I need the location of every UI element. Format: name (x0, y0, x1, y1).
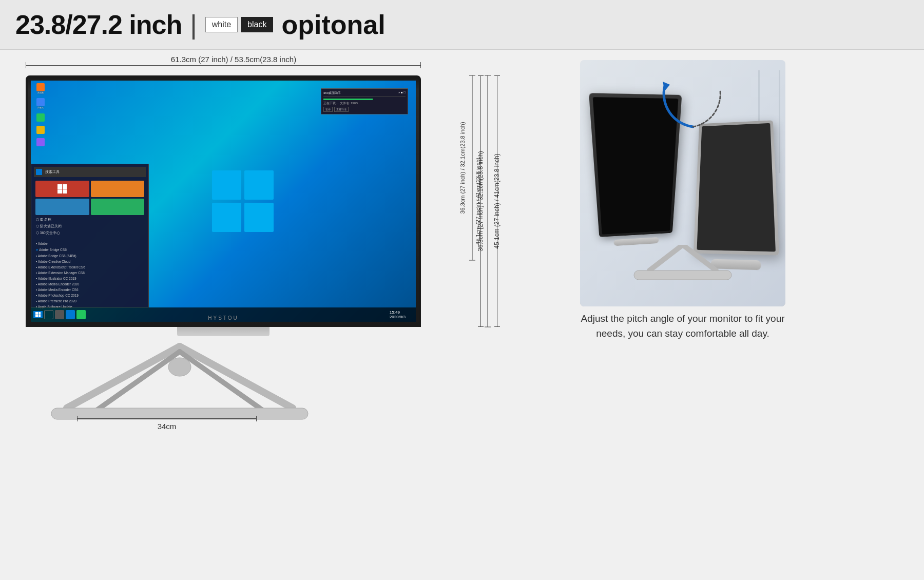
svg-line-16 (683, 245, 716, 270)
rotation-arc-svg (660, 70, 726, 137)
menu-item-10: ▪ Adobe Illustrator CC 2019 (34, 276, 146, 281)
black-color-button[interactable]: black (241, 17, 273, 32)
notif-title: 360桌面助手 (323, 91, 341, 95)
monitor-screen: 此电脑 回收站 (31, 81, 416, 322)
svg-point-12 (168, 358, 191, 376)
desktop-icon-1: 此电脑 (33, 83, 48, 94)
windows-logo (212, 170, 274, 232)
win-quad-2 (244, 170, 274, 200)
svg-line-8 (67, 346, 180, 408)
window-frame-1 (779, 70, 780, 173)
notif-buttons: 暂停 查看详情 (323, 107, 406, 112)
size-title: 23.8/27.2 inch (15, 9, 182, 40)
base-width-label: 34cm (77, 422, 257, 431)
win-quad-1 (212, 170, 241, 200)
taskbar-search (44, 310, 53, 319)
menu-item-11: ▪ Adobe Media Encoder 2020 (34, 281, 146, 287)
right-panel: Adjust the pitch angle of your monitor t… (441, 50, 914, 575)
monitor-diagram: 此电脑 回收站 (15, 75, 441, 327)
desktop-icon-4 (33, 126, 48, 134)
notif-text: 正在下载… 文件名: 190B (323, 101, 406, 106)
menu-item-5: e Adobe Bridge CS6 (34, 246, 146, 253)
notif-btn-1: 暂停 (323, 107, 333, 112)
monitor-tilt-front (694, 120, 779, 255)
taskbar-icon-1 (55, 310, 64, 319)
monitor-body: 此电脑 回收站 (26, 75, 421, 327)
menu-item-3: ⬡ 360安全中心 (34, 230, 146, 237)
notif-btn-2: 查看详情 (334, 107, 349, 112)
menu-item-9: ▪ Adobe Extension Manager CS6 (34, 270, 146, 276)
menu-item-1: ⬡ ID 名称 (34, 217, 146, 223)
menu-item-2: ⬡ 防火墙已关闭 (34, 223, 146, 230)
start-button[interactable] (33, 311, 43, 318)
notif-progress (323, 99, 373, 100)
notification-popup: 360桌面助手 × ■ □ 正在下载… 文件名: 190B 暂停 查看详情 (321, 88, 408, 114)
notif-close: × ■ □ (398, 91, 406, 95)
optional-label: opitonal (281, 9, 385, 40)
tilt-illustration (580, 60, 785, 306)
menu-item-8: ▪ Adobe ExtendScript Toolkit CS6 (34, 264, 146, 270)
header-bar: 23.8/27.2 inch | white black opitonal (0, 0, 924, 50)
tilt-base-svg (619, 245, 747, 286)
stand-base (26, 336, 334, 429)
desktop-icon-3 (33, 113, 48, 122)
width-annotation-label: 61.3cm (27 inch) / 53.5cm(23.8 inch) (171, 55, 296, 64)
stand-neck (177, 327, 270, 336)
taskbar-icon-2 (66, 310, 75, 319)
stand-svg (26, 336, 334, 429)
svg-line-15 (649, 245, 683, 270)
desktop-icons: 此电脑 回收站 (33, 83, 48, 146)
svg-line-9 (180, 346, 293, 408)
menu-item-14: ▪ Adobe Premiere Pro 2020 (34, 298, 146, 304)
main-content: 61.3cm (27 inch) / 53.5cm(23.8 inch) 此电脑… (0, 50, 924, 580)
svg-line-10 (92, 352, 180, 413)
monitor-brand: HYSTOU (208, 315, 239, 321)
menu-item-4: ▪ Adobe (34, 241, 146, 246)
divider: | (190, 9, 197, 40)
menu-item-12: ▪ Adobe Media Encoder CS6 (34, 287, 146, 293)
win-quad-4 (244, 203, 274, 232)
win-quad-3 (212, 203, 241, 232)
description-text: Adjust the pitch angle of your monitor t… (575, 312, 791, 341)
menu-item-6: ▪ Adobe Bridge CS6 (64Bit) (34, 253, 146, 259)
white-color-button[interactable]: white (205, 17, 238, 32)
menu-item-13: ▪ Adobe Photoshop CC 2019 (34, 293, 146, 298)
svg-rect-13 (51, 408, 308, 419)
menu-item-7: ▪ Adobe Creative Cloud (34, 259, 146, 264)
svg-rect-17 (634, 270, 732, 280)
monitor-stand (26, 327, 421, 336)
start-menu: 搜索工具 (31, 164, 149, 307)
left-panel: 61.3cm (27 inch) / 53.5cm(23.8 inch) 此电脑… (10, 50, 441, 575)
desktop-icon-2: 回收站 (33, 98, 48, 109)
notif-header: 360桌面助手 × ■ □ (323, 91, 406, 97)
taskbar-icon-3 (76, 310, 86, 319)
svg-line-11 (180, 352, 267, 413)
desktop-icon-5 (33, 138, 48, 146)
taskbar-time: 15:492020/8/3 (390, 310, 406, 319)
color-options: white black (205, 17, 274, 32)
